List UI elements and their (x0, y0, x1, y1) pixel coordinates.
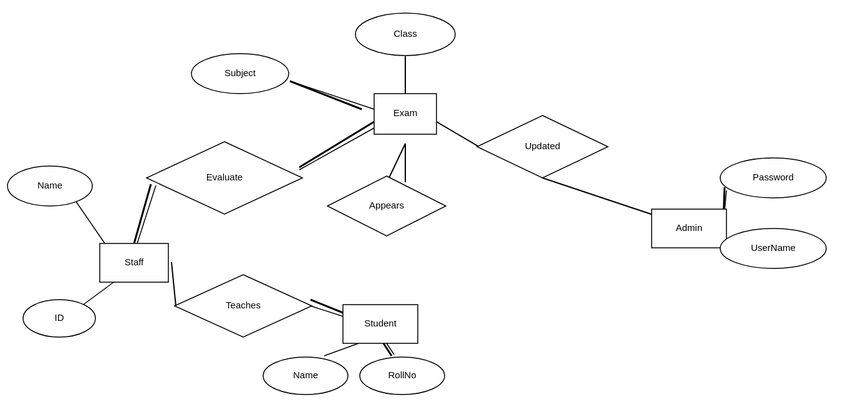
attr-password-admin-label: Password (753, 172, 794, 182)
attr-subject-label: Subject (224, 67, 256, 78)
line-eval-staff-2 (137, 185, 156, 243)
line-exam-eval-1 (299, 122, 374, 167)
entity-admin-label: Admin (676, 222, 703, 233)
er-diagram: Exam Staff Student Admin Class Subject N… (0, 0, 868, 417)
line-staff-teaches (171, 262, 176, 306)
line-student-name (324, 343, 359, 356)
entity-exam-label: Exam (393, 107, 417, 118)
entity-student-label: Student (364, 318, 397, 328)
line-updated-admin (542, 178, 655, 215)
line-subject-exam-2 (290, 81, 374, 109)
rel-teaches-label: Teaches (226, 300, 261, 310)
attr-rollno-student-label: RollNo (388, 370, 416, 380)
attr-name-student-label: Name (293, 370, 318, 380)
attr-name-staff-label: Name (37, 180, 62, 190)
entity-staff-label: Staff (125, 257, 144, 267)
rel-appears-label: Appears (369, 200, 404, 210)
line-subject-exam-1 (290, 81, 362, 109)
line-eval-staff-1 (134, 184, 151, 243)
line-exam-eval-2 (299, 128, 374, 170)
rel-updated-label: Updated (525, 140, 561, 151)
line-exam-updated (436, 122, 479, 147)
attr-class-label: Class (393, 28, 417, 39)
attr-username-admin-label: UserName (751, 242, 796, 253)
rel-evaluate-label: Evaluate (206, 172, 243, 182)
attr-id-staff-label: ID (55, 312, 64, 323)
